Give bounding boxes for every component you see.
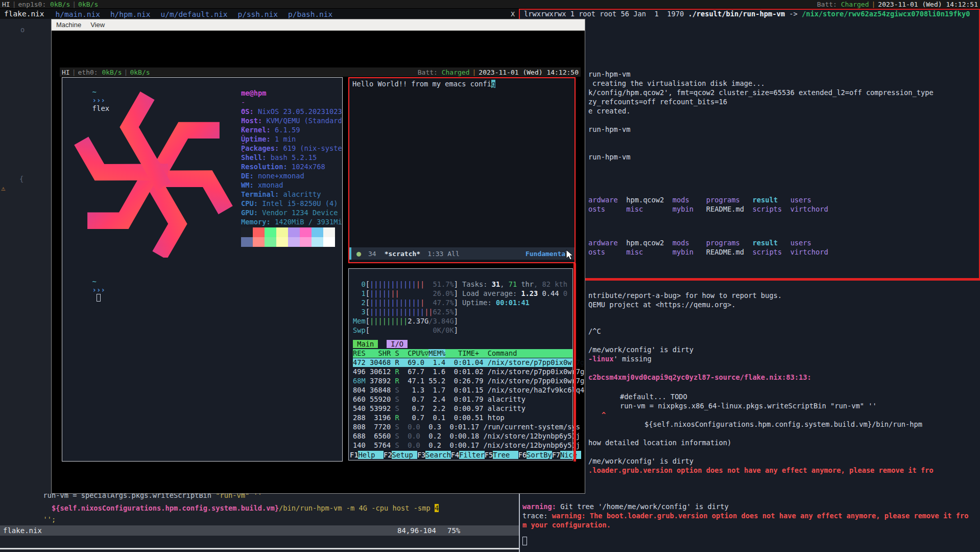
terminal-cursor — [522, 537, 527, 545]
terminal-line: creating the virtualisation disk image..… — [592, 79, 765, 88]
palette-swatch — [276, 237, 288, 247]
vm-battery-status: Charged — [442, 68, 470, 76]
palette-swatch — [312, 227, 323, 237]
vm-htop-window[interactable]: 0[||||||||||||| 51.7%] 1[||||||| 26.0%] … — [348, 268, 573, 461]
separator: | — [70, 68, 78, 76]
terminal-line: RES SHR S CPU%▽MEM% TIME+ Command — [353, 349, 572, 358]
palette-swatch — [265, 237, 276, 247]
menu-view[interactable]: View — [86, 21, 109, 29]
terminal-line: /me/work/config' is dirty — [588, 346, 694, 354]
terminal-pane-top[interactable] — [519, 9, 980, 278]
xmonad-focus-border — [573, 263, 576, 462]
shell-prompt-empty: ~ ››› — [66, 269, 105, 310]
emacs-cursor: g — [491, 80, 495, 88]
vm-terminal-window[interactable]: ~ ››› flex — [62, 77, 343, 462]
separator: | — [122, 68, 130, 76]
qemu-window[interactable]: Machine View HI | eth0: 0kB/s | 0kB/s Ba… — [51, 19, 585, 494]
vm-iface-label: eth0: — [78, 68, 98, 76]
terminal-line: ardware hpm.qcow2 mods programs result u… — [588, 196, 811, 204]
terminal-line: osts misc mybin README.md scripts virtch… — [588, 205, 828, 214]
terminal-line: -linux' missing — [588, 355, 652, 363]
vm-clock: 2023-11-01 (Wed) 14:12:50 — [479, 68, 579, 76]
terminal-line: lrwxrwxrwx 1 root root 56 Jan 1 1970 ./r… — [524, 10, 970, 18]
terminal-line: ^ — [602, 411, 606, 420]
palette-swatch — [300, 227, 312, 237]
terminal-line: 68M 37892 R 47.1 55.2 0:26.79 /nix/store… — [353, 377, 584, 385]
neofetch-user-host: me@hpm — [241, 89, 266, 97]
terminal-line: run-hpm-vm — [588, 153, 630, 162]
palette-swatch — [253, 237, 265, 247]
palette-swatch — [300, 237, 312, 247]
terminal-line: 1[||||||| 26.0%] — [353, 289, 458, 298]
shell-cursor — [97, 294, 101, 302]
vm-status-bar: HI | eth0: 0kB/s | 0kB/s Batt: Charged |… — [60, 67, 581, 77]
neofetch-row: Packages: 619 (nix-syste — [241, 144, 342, 152]
terminal-line: /me/work/config' is dirty — [588, 457, 694, 466]
neofetch-row: GPU: Vendor 1234 Device — [241, 209, 338, 217]
terminal-line: 540 53992 S 0.7 2.2 0:00.97 alacritty — [353, 404, 525, 413]
terminal-line: m your configuration. — [522, 521, 611, 530]
emacs-modeline: ● 34 *scratch* 1:33 All Fundamental — [349, 247, 575, 260]
separator: | — [70, 1, 78, 8]
palette-swatch — [288, 237, 300, 247]
cursor-position: 1:33 All — [427, 250, 460, 258]
prompt-path: ~ — [92, 278, 97, 286]
terminal-line: 496 30612 R 67.7 1.6 0:01.02 /nix/store/… — [353, 367, 584, 376]
terminal-line: ${self.nixosConfigurations.hpm.config.sy… — [644, 420, 922, 429]
terminal-line: 472 30468 R 69.0 1.4 0:01.04 /nix/store/… — [353, 358, 572, 367]
palette-swatch — [241, 227, 253, 237]
terminal-line: 288 3196 R 0.7 0.1 0:00.51 htop — [353, 413, 505, 422]
palette-swatch — [253, 227, 265, 237]
vm-emacs-window[interactable]: Hello World!! from my emacs config ● 34 … — [348, 77, 576, 263]
vm-rx-rate: 0kB/s — [102, 68, 122, 76]
terminal-line: 660 55920 S 0.7 2.4 0:01.79 alacritty — [353, 395, 525, 404]
battery-status: Charged — [841, 1, 869, 8]
terminal-line: c2bcsm4xmj0vd0capi9q2yc0yzl87-source/fla… — [588, 373, 811, 382]
terminal-line: how detailed location information) — [588, 439, 731, 447]
terminal-line: F1Help F2Setup F3SearchF4FilterF5Tree F6… — [350, 451, 581, 459]
host-iface-label: enp1s0: — [18, 1, 46, 8]
terminal-line: #default... TODO — [620, 393, 687, 401]
terminal-line: ntribute/report-a-bug> for how to report… — [588, 291, 782, 300]
palette-swatch — [276, 227, 288, 237]
palette-swatch — [265, 227, 276, 237]
battery-label: Batt: — [817, 1, 837, 8]
neofetch-row: Terminal: alacritty — [241, 190, 321, 198]
prompt-chevrons-icon: ››› — [92, 286, 105, 294]
neofetch-row: Host: KVM/QEMU (Standard — [241, 117, 342, 125]
terminal-line: k/config/hpm.qcow2', fmt=qcow2 cluster_s… — [588, 88, 934, 97]
terminal-line: trace: warning: The boot.loader.grub.ver… — [522, 512, 969, 520]
terminal-line: 3[|||||||||||||||62.5%] — [353, 308, 458, 316]
separator: | — [869, 1, 878, 8]
terminal-line: warning: Git tree '/home/me/work/config'… — [522, 502, 729, 511]
mouse-cursor — [566, 249, 575, 261]
host-status-bar: HI | enp1s0: 0kB/s | 0kB/s Batt: Charged… — [0, 0, 980, 8]
modified-dot-icon: ● — [356, 249, 361, 258]
terminal-line: .loader.grub.version option does not hav… — [588, 466, 934, 475]
neofetch-row: CPU: Intel i5-8250U (4) — [241, 199, 338, 208]
terminal-line: 2[||||||||||||| 47.7%] — [353, 298, 458, 307]
menu-machine[interactable]: Machine — [52, 21, 86, 29]
terminal-line: 808 7720 S 0.0 0.3 0:01.17 /run/current-… — [353, 423, 580, 431]
terminal-line: /^C — [588, 327, 601, 336]
terminal-line: e created. — [588, 107, 630, 116]
modeline-number: 34 — [368, 250, 376, 258]
terminal-line: Uptime: 00:01:41 — [462, 298, 530, 307]
modeline-accent-bar — [349, 247, 351, 260]
separator: | — [10, 1, 18, 8]
neofetch-row: Uptime: 1 min — [241, 135, 296, 143]
terminal-line: 804 36848 S 1.3 1.7 0:01.15 /nix/store/h… — [353, 386, 584, 395]
host-hostname: HI — [2, 1, 10, 8]
nixos-logo-icon — [65, 89, 242, 258]
terminal-line: Main I/O — [353, 340, 408, 349]
terminal-line: ardware hpm.qcow2 mods programs result u… — [588, 239, 811, 247]
terminal-line: 140 5764 S 0.0 0.2 0:00.17 /nix/store/12… — [353, 441, 580, 450]
neofetch-row: Memory: 1420MiB / 3931Mi — [241, 218, 342, 226]
terminal-line: Load average: 1.23 0.44 0 — [462, 289, 567, 298]
vm-battery-label: Batt: — [418, 68, 438, 76]
vm-hostname: HI — [62, 68, 70, 76]
terminal-line: run-hpm-vm — [588, 70, 630, 79]
terminal-line: Tasks: 31, 71 thr, 82 kth — [462, 280, 567, 289]
neofetch-row: DE: none+xmonad — [241, 172, 304, 180]
palette-swatch — [323, 237, 335, 247]
